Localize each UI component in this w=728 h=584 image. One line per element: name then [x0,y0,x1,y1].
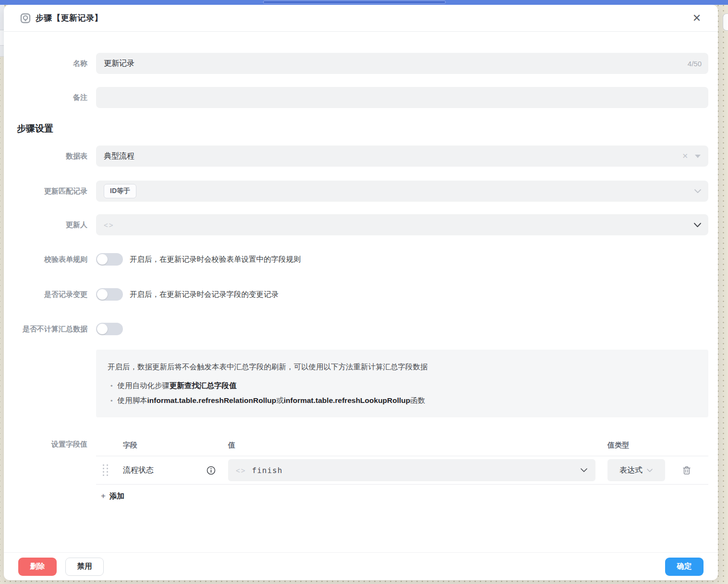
step-record-icon [20,13,31,24]
dialog-footer: 删除 禁用 确定 [4,552,718,580]
match-record-label: 更新匹配记录 [4,186,96,196]
dialog-title: 步骤【更新记录】 [36,12,103,24]
rollup-note-intro: 开启后，数据更新后将不会触发本表中汇总字段的刷新，可以使用以下方法重新计算汇总字… [108,362,697,372]
add-field-button[interactable]: + 添加 [96,485,708,508]
chevron-down-icon [646,468,653,473]
drag-handle-icon[interactable] [103,464,109,476]
chevron-down-icon[interactable] [580,468,588,473]
remark-label: 备注 [4,93,96,102]
section-title-step-settings: 步骤设置 [17,122,718,135]
table-row: 流程状态 <> finish [96,456,708,484]
column-header-field: 字段 [115,441,206,450]
row-field-name: 流程状态 [115,465,206,475]
record-change-hint: 开启后，在更新记录时会记录字段的变更记录 [130,290,279,300]
skip-rollup-toggle[interactable] [96,323,123,335]
data-table-select[interactable]: 典型流程 ✕ [96,146,708,167]
rollup-note-bullet-2: • 使用脚本informat.table.refreshRelationRoll… [108,396,697,406]
dialog-body: 名称 更新记录 4/50 备注 步骤设置 数据表 典型流程 [4,32,718,552]
dialog-header: 步骤【更新记录】 ✕ [4,5,718,32]
top-browser-strip [0,0,728,5]
match-record-select[interactable]: ID等于 [96,181,708,202]
step-config-dialog: 步骤【更新记录】 ✕ 名称 更新记录 4/50 备注 步骤设置 [4,5,718,580]
value-type-text: 表达式 [619,465,643,475]
automation-canvas-background: 步骤【更新记录】 ✕ 名称 更新记录 4/50 备注 步骤设置 [0,0,728,584]
validate-form-label: 校验表单规则 [4,255,96,264]
record-change-toggle[interactable] [96,288,123,301]
close-icon[interactable]: ✕ [690,12,704,25]
underlying-control-right-edge [723,13,728,31]
expression-placeholder-icon: <> [104,221,114,229]
caret-down-icon[interactable] [695,155,701,158]
data-table-label: 数据表 [4,151,96,161]
rollup-note-box: 开启后，数据更新后将不会触发本表中汇总字段的刷新，可以使用以下方法重新计算汇总字… [96,350,708,417]
data-table-value: 典型流程 [104,151,134,161]
updater-label: 更新人 [4,220,96,230]
disable-button[interactable]: 禁用 [65,558,104,576]
name-char-counter: 4/50 [688,60,702,68]
name-input[interactable]: 更新记录 4/50 [96,53,708,74]
top-strip-slot [263,0,446,4]
clear-icon[interactable]: ✕ [679,152,691,160]
set-field-values-label: 设置字段值 [4,435,96,449]
trash-icon[interactable] [682,466,691,475]
expression-placeholder-icon: <> [236,466,246,474]
table-header-row: 字段 值 值类型 [96,435,708,456]
match-rule-tag[interactable]: ID等于 [104,184,136,198]
validate-form-toggle[interactable] [96,253,123,266]
skip-rollup-label: 是否不计算汇总数据 [4,324,96,334]
row-value-text: finish [252,466,283,475]
chevron-down-icon[interactable] [693,222,702,228]
row-value-type-select[interactable]: 表达式 [607,459,665,481]
validate-form-hint: 开启后，在更新记录时会校验表单设置中的字段规则 [130,255,301,265]
info-icon[interactable] [206,466,216,475]
row-value-input[interactable]: <> finish [228,459,595,481]
chevron-down-icon[interactable] [694,189,702,194]
delete-button[interactable]: 删除 [18,558,57,576]
column-header-value-type: 值类型 [607,441,665,450]
confirm-button[interactable]: 确定 [665,558,704,576]
name-label: 名称 [4,59,96,68]
record-change-label: 是否记录变更 [4,290,96,299]
name-value: 更新记录 [104,59,134,69]
plus-icon: + [101,491,106,501]
column-header-value: 值 [228,441,595,450]
set-field-values-table: 字段 值 值类型 流程状态 [96,435,708,508]
rollup-note-bullet-1: • 使用自动化步骤更新查找汇总字段值 [108,381,697,391]
updater-select[interactable]: <> [96,214,708,235]
remark-input[interactable] [96,87,708,108]
